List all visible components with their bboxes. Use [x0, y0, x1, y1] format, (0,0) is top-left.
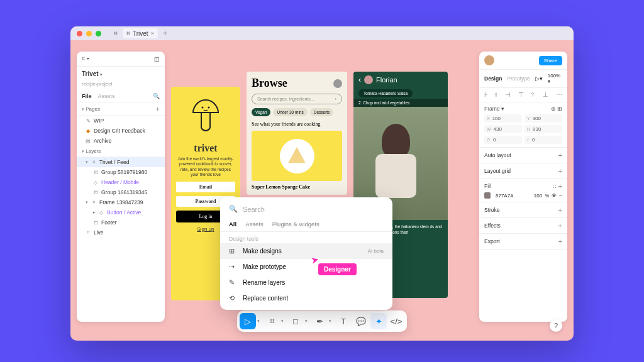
replace-icon: ⟲: [229, 294, 236, 302]
tab-prototype[interactable]: Prototype: [507, 75, 530, 82]
pen-tool-chevron[interactable]: ▾: [329, 319, 334, 324]
pages-header[interactable]: Pages: [86, 106, 100, 112]
play-icon[interactable]: ▷▾: [535, 75, 543, 82]
action-make-designs[interactable]: ⊞Make designsAI beta: [220, 243, 392, 259]
shape-tool[interactable]: □: [287, 313, 304, 329]
frame-dropdown[interactable]: Frame: [484, 106, 500, 112]
add-fill-icon[interactable]: +: [558, 182, 562, 190]
fit-icon[interactable]: ⊕: [551, 106, 556, 112]
email-field[interactable]: Email: [176, 182, 235, 192]
svg-point-0: [202, 107, 204, 109]
rotation-input[interactable]: ⟳0: [484, 136, 522, 144]
figma-icon[interactable]: ⌗: [114, 30, 118, 37]
panel-toggle-icon[interactable]: ◫: [154, 56, 160, 62]
remove-fill-icon[interactable]: −: [559, 193, 562, 199]
dev-mode-tool[interactable]: </>: [388, 313, 404, 329]
page-wip[interactable]: ✎WIP: [77, 116, 165, 126]
right-panel: Share Design Prototype ▷▾ 100% ▾ ⊦⫲⊣⊤⫯⊥⋯…: [479, 52, 567, 322]
align-middle-icon: ⫯: [531, 91, 535, 99]
close-icon[interactable]: [77, 31, 82, 36]
help-button[interactable]: ?: [550, 319, 562, 332]
page-design-crit[interactable]: ◆Design Crit Feedback: [77, 126, 165, 136]
tab-label: Trivet: [133, 30, 148, 37]
h-input[interactable]: H930: [525, 125, 562, 133]
actions-tab-plugins[interactable]: Plugins & widgets: [272, 221, 319, 228]
actions-tab-assets[interactable]: Assets: [245, 221, 264, 228]
tab-trivet[interactable]: ⌗Trivet×: [123, 28, 158, 38]
actions-tab-all[interactable]: All: [229, 221, 236, 228]
tidy-icon[interactable]: ⊞: [557, 106, 562, 112]
text-tool[interactable]: T: [335, 313, 352, 329]
visibility-icon[interactable]: 👁: [552, 193, 557, 199]
layer-group2[interactable]: ⊡Group 1661319345: [77, 187, 165, 197]
layer-button-active[interactable]: ▸◇Button / Active: [77, 207, 165, 217]
action-rename-layers[interactable]: ✎Rename layers: [220, 275, 392, 290]
canvas-frame-browse[interactable]: Browse Search recipes, ingredients...› V…: [247, 72, 347, 195]
tab-design[interactable]: Design: [484, 75, 502, 82]
rename-icon: ✎: [229, 278, 236, 287]
fill-swatch[interactable]: [484, 192, 491, 199]
fill-styles-icon[interactable]: ∷: [553, 184, 557, 190]
actions-tool[interactable]: ✦: [370, 313, 387, 329]
maximize-icon[interactable]: [96, 31, 101, 36]
chip-vegan[interactable]: Vegan: [252, 108, 270, 116]
user-avatar[interactable]: [484, 55, 494, 65]
stroke-section[interactable]: Stroke+: [479, 202, 567, 218]
y-input[interactable]: Y300: [525, 114, 562, 123]
zoom-value[interactable]: 100%: [548, 73, 560, 79]
add-grid-icon[interactable]: +: [558, 167, 562, 175]
radius-input[interactable]: ⌐0: [525, 136, 562, 144]
share-button[interactable]: Share: [539, 56, 562, 65]
pen-tool[interactable]: ✒: [311, 313, 328, 329]
figma-menu-icon[interactable]: ⌗ ▾: [82, 55, 89, 62]
chip-desserts[interactable]: Desserts: [310, 108, 334, 116]
action-make-prototype[interactable]: ⇢Make prototype: [220, 259, 392, 275]
fill-hex[interactable]: 877A7A: [496, 193, 513, 199]
effects-section[interactable]: Effects+: [479, 218, 567, 234]
move-tool[interactable]: ▷: [240, 313, 256, 329]
x-input[interactable]: X100: [484, 114, 522, 123]
mushroom-icon: [190, 97, 221, 134]
search-icon[interactable]: 🔍: [153, 93, 160, 99]
page-archive[interactable]: ▤Archive: [77, 136, 165, 146]
minimize-icon[interactable]: [86, 31, 92, 36]
tab-file[interactable]: File: [82, 93, 92, 99]
layer-header-mobile[interactable]: ◇Header / Mobile: [77, 177, 165, 187]
w-input[interactable]: W430: [484, 125, 522, 133]
frame-tool[interactable]: ⌗: [264, 313, 280, 329]
project-name[interactable]: Trivet: [82, 70, 99, 77]
close-tab-icon[interactable]: ×: [151, 30, 154, 36]
recipe-tag: Tomato-Habanero Salsa: [358, 89, 413, 97]
layer-footer[interactable]: ⊡Footer: [77, 217, 165, 228]
layout-grid-section[interactable]: Layout grid+: [479, 163, 567, 179]
action-replace-content[interactable]: ⟲Replace content: [220, 290, 392, 306]
new-tab-button[interactable]: +: [163, 29, 167, 38]
add-page-button[interactable]: +: [156, 105, 160, 112]
search-input[interactable]: Search recipes, ingredients...›: [252, 94, 342, 104]
step-label: 2. Chop and add vegetables: [353, 99, 448, 107]
tab-assets[interactable]: Assets: [98, 93, 115, 99]
layer-live[interactable]: ⌗Live: [77, 228, 165, 238]
align-tools[interactable]: ⊦⫲⊣⊤⫯⊥⋯: [479, 88, 567, 102]
actions-search[interactable]: 🔍Search: [220, 201, 392, 217]
chip-under30[interactable]: Under 30 mins: [273, 108, 307, 116]
blurb-text: Join the world's largest munity-powered …: [176, 156, 235, 178]
frame-tool-chevron[interactable]: ▾: [281, 319, 286, 324]
add-stroke-icon[interactable]: +: [558, 206, 562, 214]
project-subtitle: recipe-project: [77, 81, 165, 90]
prototype-icon: ⇢: [229, 263, 236, 271]
auto-layout-section[interactable]: Auto layout+: [479, 148, 567, 163]
layer-frame[interactable]: ▾⌗Frame 139847239: [77, 197, 165, 207]
move-tool-chevron[interactable]: ▾: [257, 319, 262, 324]
add-effect-icon[interactable]: +: [558, 222, 562, 229]
layers-header[interactable]: Layers: [86, 148, 101, 154]
back-icon[interactable]: ‹: [358, 75, 361, 84]
fill-opacity[interactable]: 100: [534, 193, 542, 199]
comment-tool[interactable]: 💬: [353, 313, 369, 329]
layer-trivet-feed[interactable]: ▾⌗Trivet / Feed: [77, 157, 165, 167]
add-autolayout-icon[interactable]: +: [558, 151, 562, 159]
add-export-icon[interactable]: +: [558, 238, 562, 245]
layer-group1[interactable]: ⊡Group 5819791980: [77, 167, 165, 177]
shape-tool-chevron[interactable]: ▾: [305, 319, 310, 324]
export-section[interactable]: Export+: [479, 234, 567, 250]
